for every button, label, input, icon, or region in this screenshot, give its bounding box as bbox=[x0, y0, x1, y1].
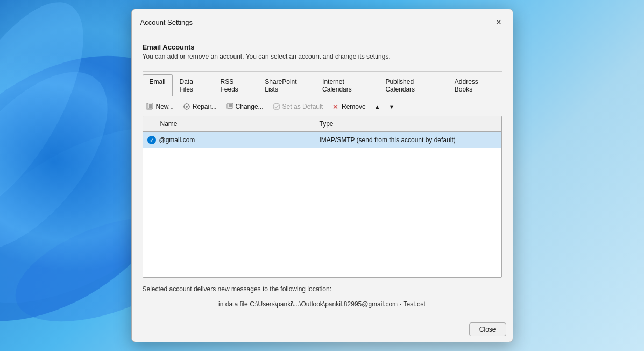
close-icon: ✕ bbox=[496, 18, 502, 26]
tabs-container: Email Data Files RSS Feeds SharePoint Li… bbox=[143, 72, 502, 96]
tab-data-files[interactable]: Data Files bbox=[173, 74, 214, 96]
account-type-cell: IMAP/SMTP (send from this account by def… bbox=[315, 134, 501, 146]
section-header: Email Accounts You can add or remove an … bbox=[143, 43, 502, 60]
move-down-button[interactable]: ▼ bbox=[386, 102, 398, 111]
delivery-path: in data file C:\Users\panki\...\Outlook\… bbox=[143, 297, 502, 311]
section-description: You can add or remove an account. You ca… bbox=[143, 53, 502, 60]
dialog-body: Email Accounts You can add or remove an … bbox=[132, 34, 513, 317]
dialog-title: Account Settings bbox=[140, 18, 193, 26]
toolbar: New... Repair... bbox=[143, 96, 502, 116]
svg-point-11 bbox=[186, 106, 188, 108]
dialog-overlay: Account Settings ✕ Email Accounts You ca… bbox=[131, 9, 513, 342]
delivery-section: Selected account delivers new messages t… bbox=[143, 278, 502, 317]
repair-icon bbox=[182, 102, 191, 111]
close-titlebar-button[interactable]: ✕ bbox=[491, 15, 506, 30]
tab-address-books[interactable]: Address Books bbox=[448, 74, 502, 96]
default-account-icon bbox=[147, 136, 156, 144]
close-button[interactable]: Close bbox=[469, 322, 506, 336]
tab-sharepoint-lists[interactable]: SharePoint Lists bbox=[258, 74, 315, 96]
new-icon bbox=[146, 102, 154, 111]
remove-label: Remove bbox=[342, 103, 366, 110]
account-name-cell: @gmail.com bbox=[143, 134, 315, 146]
new-button[interactable]: New... bbox=[143, 101, 177, 113]
change-label: Change... bbox=[236, 103, 264, 110]
account-settings-dialog: Account Settings ✕ Email Accounts You ca… bbox=[131, 9, 513, 342]
dialog-titlebar: Account Settings ✕ bbox=[132, 9, 513, 34]
section-title: Email Accounts bbox=[143, 43, 502, 51]
column-header-type: Type bbox=[315, 118, 501, 129]
repair-button[interactable]: Repair... bbox=[179, 101, 220, 113]
new-label: New... bbox=[156, 103, 174, 110]
down-arrow-icon: ▼ bbox=[389, 103, 395, 110]
change-button[interactable]: Change... bbox=[222, 101, 267, 113]
delivery-label: Selected account delivers new messages t… bbox=[143, 285, 502, 293]
move-up-button[interactable]: ▲ bbox=[371, 102, 384, 111]
accounts-table: Name Type @gmail.com IMAP/SMTP (send fro… bbox=[143, 116, 502, 278]
table-header: Name Type bbox=[143, 116, 501, 132]
svg-point-4 bbox=[0, 0, 112, 235]
change-icon bbox=[225, 102, 234, 111]
dialog-footer: Close bbox=[132, 317, 513, 342]
remove-button[interactable]: ✕ Remove bbox=[328, 101, 369, 113]
account-name: @gmail.com bbox=[159, 136, 195, 144]
table-row[interactable]: @gmail.com IMAP/SMTP (send from this acc… bbox=[143, 132, 501, 148]
set-default-button[interactable]: Set as Default bbox=[269, 101, 326, 113]
tab-rss-feeds[interactable]: RSS Feeds bbox=[213, 74, 258, 96]
check-icon bbox=[272, 102, 281, 111]
column-header-name: Name bbox=[143, 118, 315, 129]
repair-label: Repair... bbox=[193, 103, 217, 110]
up-arrow-icon: ▲ bbox=[374, 103, 380, 110]
tab-internet-calendars[interactable]: Internet Calendars bbox=[315, 74, 378, 96]
set-default-label: Set as Default bbox=[282, 103, 323, 110]
table-body: @gmail.com IMAP/SMTP (send from this acc… bbox=[143, 132, 501, 218]
tab-published-calendars[interactable]: Published Calendars bbox=[378, 74, 447, 96]
svg-point-2 bbox=[0, 45, 137, 279]
tab-email[interactable]: Email bbox=[143, 74, 173, 96]
svg-point-20 bbox=[273, 103, 280, 110]
remove-icon: ✕ bbox=[331, 102, 340, 111]
